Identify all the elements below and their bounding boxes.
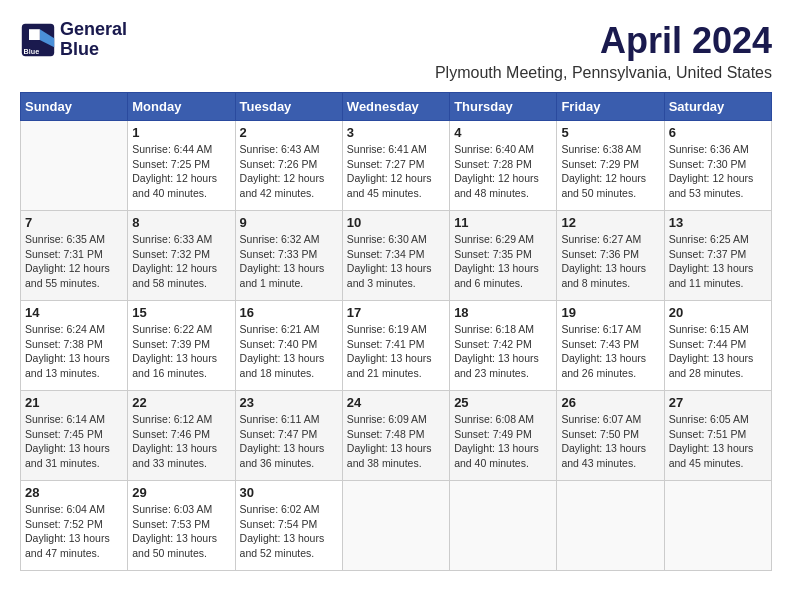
calendar-cell: 1Sunrise: 6:44 AM Sunset: 7:25 PM Daylig… [128,121,235,211]
calendar-week-row: 28Sunrise: 6:04 AM Sunset: 7:52 PM Dayli… [21,481,772,571]
day-of-week-header: Wednesday [342,93,449,121]
day-info: Sunrise: 6:36 AM Sunset: 7:30 PM Dayligh… [669,142,767,201]
day-info: Sunrise: 6:02 AM Sunset: 7:54 PM Dayligh… [240,502,338,561]
calendar-header: SundayMondayTuesdayWednesdayThursdayFrid… [21,93,772,121]
day-number: 24 [347,395,445,410]
day-number: 25 [454,395,552,410]
svg-marker-2 [29,29,40,40]
day-number: 27 [669,395,767,410]
day-info: Sunrise: 6:33 AM Sunset: 7:32 PM Dayligh… [132,232,230,291]
day-number: 14 [25,305,123,320]
day-info: Sunrise: 6:22 AM Sunset: 7:39 PM Dayligh… [132,322,230,381]
day-number: 1 [132,125,230,140]
day-number: 22 [132,395,230,410]
month-year-title: April 2024 [435,20,772,62]
day-number: 3 [347,125,445,140]
day-number: 28 [25,485,123,500]
day-info: Sunrise: 6:43 AM Sunset: 7:26 PM Dayligh… [240,142,338,201]
day-info: Sunrise: 6:25 AM Sunset: 7:37 PM Dayligh… [669,232,767,291]
day-info: Sunrise: 6:40 AM Sunset: 7:28 PM Dayligh… [454,142,552,201]
page-header: Blue General Blue April 2024 Plymouth Me… [20,20,772,82]
day-number: 5 [561,125,659,140]
calendar-week-row: 7Sunrise: 6:35 AM Sunset: 7:31 PM Daylig… [21,211,772,301]
svg-text:Blue: Blue [24,47,40,56]
day-number: 30 [240,485,338,500]
day-number: 6 [669,125,767,140]
day-number: 9 [240,215,338,230]
day-info: Sunrise: 6:17 AM Sunset: 7:43 PM Dayligh… [561,322,659,381]
day-number: 19 [561,305,659,320]
day-info: Sunrise: 6:35 AM Sunset: 7:31 PM Dayligh… [25,232,123,291]
calendar-cell [342,481,449,571]
calendar-table: SundayMondayTuesdayWednesdayThursdayFrid… [20,92,772,571]
day-of-week-header: Monday [128,93,235,121]
calendar-cell: 17Sunrise: 6:19 AM Sunset: 7:41 PM Dayli… [342,301,449,391]
calendar-cell [557,481,664,571]
day-info: Sunrise: 6:30 AM Sunset: 7:34 PM Dayligh… [347,232,445,291]
calendar-cell: 24Sunrise: 6:09 AM Sunset: 7:48 PM Dayli… [342,391,449,481]
calendar-cell: 27Sunrise: 6:05 AM Sunset: 7:51 PM Dayli… [664,391,771,481]
day-of-week-header: Sunday [21,93,128,121]
day-info: Sunrise: 6:07 AM Sunset: 7:50 PM Dayligh… [561,412,659,471]
calendar-cell: 22Sunrise: 6:12 AM Sunset: 7:46 PM Dayli… [128,391,235,481]
day-info: Sunrise: 6:08 AM Sunset: 7:49 PM Dayligh… [454,412,552,471]
day-info: Sunrise: 6:38 AM Sunset: 7:29 PM Dayligh… [561,142,659,201]
calendar-cell: 4Sunrise: 6:40 AM Sunset: 7:28 PM Daylig… [450,121,557,211]
day-number: 20 [669,305,767,320]
calendar-cell [450,481,557,571]
location-subtitle: Plymouth Meeting, Pennsylvania, United S… [435,64,772,82]
day-number: 10 [347,215,445,230]
calendar-cell: 20Sunrise: 6:15 AM Sunset: 7:44 PM Dayli… [664,301,771,391]
calendar-cell: 15Sunrise: 6:22 AM Sunset: 7:39 PM Dayli… [128,301,235,391]
header-row: SundayMondayTuesdayWednesdayThursdayFrid… [21,93,772,121]
day-number: 2 [240,125,338,140]
day-info: Sunrise: 6:04 AM Sunset: 7:52 PM Dayligh… [25,502,123,561]
calendar-cell: 23Sunrise: 6:11 AM Sunset: 7:47 PM Dayli… [235,391,342,481]
logo-icon: Blue [20,22,56,58]
day-of-week-header: Friday [557,93,664,121]
day-number: 4 [454,125,552,140]
logo-text: General Blue [60,20,127,60]
calendar-cell: 7Sunrise: 6:35 AM Sunset: 7:31 PM Daylig… [21,211,128,301]
day-number: 17 [347,305,445,320]
day-of-week-header: Tuesday [235,93,342,121]
day-number: 26 [561,395,659,410]
day-of-week-header: Thursday [450,93,557,121]
day-info: Sunrise: 6:29 AM Sunset: 7:35 PM Dayligh… [454,232,552,291]
day-number: 21 [25,395,123,410]
logo: Blue General Blue [20,20,127,60]
calendar-cell: 30Sunrise: 6:02 AM Sunset: 7:54 PM Dayli… [235,481,342,571]
calendar-week-row: 1Sunrise: 6:44 AM Sunset: 7:25 PM Daylig… [21,121,772,211]
calendar-cell: 8Sunrise: 6:33 AM Sunset: 7:32 PM Daylig… [128,211,235,301]
day-info: Sunrise: 6:19 AM Sunset: 7:41 PM Dayligh… [347,322,445,381]
calendar-cell [21,121,128,211]
calendar-cell: 26Sunrise: 6:07 AM Sunset: 7:50 PM Dayli… [557,391,664,481]
day-info: Sunrise: 6:12 AM Sunset: 7:46 PM Dayligh… [132,412,230,471]
day-number: 11 [454,215,552,230]
calendar-cell: 18Sunrise: 6:18 AM Sunset: 7:42 PM Dayli… [450,301,557,391]
calendar-week-row: 14Sunrise: 6:24 AM Sunset: 7:38 PM Dayli… [21,301,772,391]
day-info: Sunrise: 6:21 AM Sunset: 7:40 PM Dayligh… [240,322,338,381]
calendar-cell: 29Sunrise: 6:03 AM Sunset: 7:53 PM Dayli… [128,481,235,571]
day-info: Sunrise: 6:14 AM Sunset: 7:45 PM Dayligh… [25,412,123,471]
day-number: 7 [25,215,123,230]
day-number: 8 [132,215,230,230]
title-section: April 2024 Plymouth Meeting, Pennsylvani… [435,20,772,82]
calendar-week-row: 21Sunrise: 6:14 AM Sunset: 7:45 PM Dayli… [21,391,772,481]
day-info: Sunrise: 6:09 AM Sunset: 7:48 PM Dayligh… [347,412,445,471]
day-number: 15 [132,305,230,320]
calendar-cell: 13Sunrise: 6:25 AM Sunset: 7:37 PM Dayli… [664,211,771,301]
day-number: 29 [132,485,230,500]
day-info: Sunrise: 6:24 AM Sunset: 7:38 PM Dayligh… [25,322,123,381]
calendar-cell: 5Sunrise: 6:38 AM Sunset: 7:29 PM Daylig… [557,121,664,211]
day-info: Sunrise: 6:27 AM Sunset: 7:36 PM Dayligh… [561,232,659,291]
day-info: Sunrise: 6:11 AM Sunset: 7:47 PM Dayligh… [240,412,338,471]
day-number: 16 [240,305,338,320]
day-of-week-header: Saturday [664,93,771,121]
calendar-cell: 12Sunrise: 6:27 AM Sunset: 7:36 PM Dayli… [557,211,664,301]
day-number: 18 [454,305,552,320]
day-number: 13 [669,215,767,230]
calendar-cell: 25Sunrise: 6:08 AM Sunset: 7:49 PM Dayli… [450,391,557,481]
day-info: Sunrise: 6:18 AM Sunset: 7:42 PM Dayligh… [454,322,552,381]
calendar-cell: 14Sunrise: 6:24 AM Sunset: 7:38 PM Dayli… [21,301,128,391]
